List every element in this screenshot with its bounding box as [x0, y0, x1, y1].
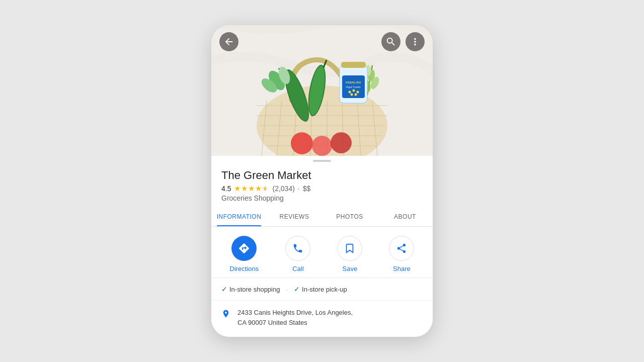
stars-display: ★★★★★★ [234, 184, 269, 193]
search-button[interactable] [381, 32, 400, 51]
tab-about[interactable]: ABOUT [377, 207, 433, 226]
feature-label-shopping: In-store shopping [229, 286, 280, 293]
tab-reviews[interactable]: REVIEWS [267, 207, 322, 226]
svg-text:FABALISH: FABALISH [346, 81, 361, 84]
reviews-count: (2,034) [272, 185, 294, 193]
drag-handle [313, 160, 331, 162]
address-text: 2433 Canis Heights Drive, Los Angeles, C… [237, 308, 353, 327]
svg-point-42 [355, 94, 357, 96]
directions-button[interactable]: Directions [230, 236, 259, 273]
save-button[interactable]: Save [337, 236, 362, 273]
back-button[interactable] [219, 32, 238, 51]
top-right-icons [381, 32, 425, 51]
svg-point-16 [312, 136, 332, 156]
svg-point-17 [331, 132, 352, 153]
image-top-bar [211, 32, 433, 51]
feature-in-store-shopping: ✓ In-store shopping [221, 285, 280, 293]
share-label: Share [393, 265, 411, 273]
svg-point-38 [349, 91, 351, 94]
svg-point-40 [357, 91, 359, 94]
directions-icon [231, 236, 257, 261]
address-line2: CA 90007 United States [237, 318, 353, 328]
directions-label: Directions [230, 265, 259, 273]
rating-row: 4.5 ★★★★★★ (2,034) · $$ [221, 184, 423, 193]
svg-rect-34 [341, 62, 366, 68]
category: Groceries Shopping [221, 194, 423, 202]
price-separator: · [298, 185, 300, 193]
tabs-bar: INFORMATION REVIEWS PHOTOS ABOUT [211, 207, 433, 227]
feature-in-store-pickup: ✓ In-store pick-up [294, 285, 347, 293]
share-button[interactable]: Share [389, 236, 414, 273]
svg-point-41 [351, 94, 353, 96]
feature-label-pickup: In-store pick-up [302, 286, 347, 293]
svg-text:Vegan Tzatziki: Vegan Tzatziki [346, 86, 360, 88]
actions-row: Directions Call Save [211, 227, 433, 278]
call-button[interactable]: Call [285, 236, 310, 273]
check-icon-shopping: ✓ [221, 285, 227, 293]
pin-icon [221, 308, 230, 322]
price-level: $$ [303, 185, 311, 193]
place-image-area: FABALISH Vegan Tzatziki [211, 25, 433, 156]
address-row: 2433 Canis Heights Drive, Los Angeles, C… [211, 301, 433, 334]
more-button[interactable] [406, 32, 425, 51]
save-label: Save [343, 265, 358, 273]
save-icon [337, 236, 362, 261]
svg-point-15 [291, 132, 313, 154]
rating-number: 4.5 [221, 185, 231, 193]
call-icon [285, 236, 310, 261]
info-panel: The Green Market 4.5 ★★★★★★ (2,034) · $$… [211, 156, 433, 337]
call-label: Call [292, 265, 303, 273]
tab-photos[interactable]: PHOTOS [322, 207, 377, 226]
svg-point-39 [353, 89, 355, 92]
features-row: ✓ In-store shopping · ✓ In-store pick-up [211, 278, 433, 301]
place-name: The Green Market [221, 169, 423, 182]
check-icon-pickup: ✓ [294, 285, 300, 293]
phone-shell: FABALISH Vegan Tzatziki [211, 25, 433, 337]
share-icon [389, 236, 414, 261]
feature-separator: · [286, 286, 288, 293]
address-line1: 2433 Canis Heights Drive, Los Angeles, [237, 308, 353, 318]
tab-information[interactable]: INFORMATION [211, 207, 267, 226]
